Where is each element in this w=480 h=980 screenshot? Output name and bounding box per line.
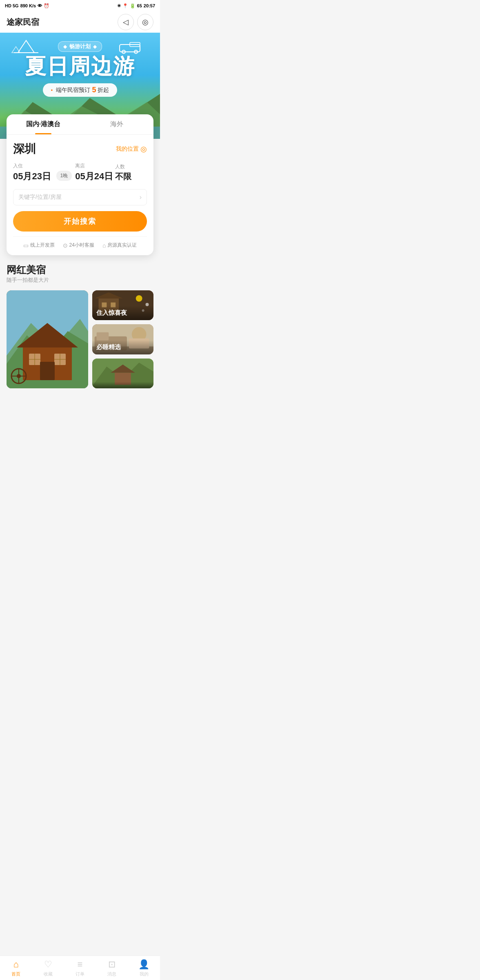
my-location-btn[interactable]: 我的位置 ◎ [116, 145, 147, 154]
eye-icon: 👁 [38, 3, 42, 8]
diamond-left: ◆ [63, 44, 67, 49]
status-right: ✳ 📍 🔋 65 20:57 [117, 3, 155, 9]
banner-main-title: 夏日周边游 [25, 56, 135, 77]
arrow-right-icon: › [140, 194, 142, 201]
bluetooth-icon: ✳ [117, 3, 121, 9]
side-cards: 住入惊喜夜 必睡精选 [92, 290, 153, 388]
status-left: HD 5G 890 K/s 👁 ⏰ [5, 3, 49, 9]
svg-rect-17 [40, 362, 55, 380]
third-label [92, 382, 153, 388]
tab-domestic[interactable]: 国内·港澳台 [7, 114, 80, 134]
search-tabs: 国内·港澳台 海外 [7, 114, 153, 135]
popular-subtitle: 随手一拍都是大片 [7, 276, 153, 284]
tab-overseas-label: 海外 [110, 120, 123, 127]
trust-badges: ▭ 线上开发票 ⊙ 24小时客服 ⌂ 房源真实认证 [13, 236, 147, 249]
surprise-night-label: 住入惊喜夜 [92, 306, 153, 320]
popular-title: 网红美宿 [7, 265, 153, 275]
must-sleep-card[interactable]: 必睡精选 [92, 324, 153, 354]
svg-point-31 [136, 295, 142, 302]
trust-service-label: 24小时客服 [69, 242, 94, 249]
checkin-label: 入住 [13, 163, 53, 169]
city-row: 深圳 我的位置 ◎ [13, 141, 147, 157]
guests-item[interactable]: 人数 不限 [115, 163, 147, 182]
location-circle-icon: ◎ [140, 145, 147, 154]
guests-label: 人数 [115, 163, 147, 170]
popular-grid: 住入惊喜夜 必睡精选 [7, 290, 153, 388]
guests-value: 不限 [115, 171, 147, 182]
battery-text: 65 [137, 3, 142, 8]
keyword-placeholder-text: 关键字/位置/房屋 [18, 194, 62, 201]
trust-verify-label: 房源真实认证 [107, 242, 137, 249]
promo-bullet: ● [51, 88, 53, 92]
invoice-icon: ▭ [23, 242, 29, 249]
tab-domestic-label: 国内·港澳台 [26, 120, 60, 127]
camping-icon [10, 38, 42, 55]
nights-badge: 1晚 [56, 171, 72, 181]
alarm-icon: ⏰ [44, 3, 49, 9]
keyword-input[interactable]: 关键字/位置/房屋 › [13, 189, 147, 205]
checkout-label: 离店 [75, 163, 115, 169]
checkin-date: 05月23日 [13, 170, 53, 183]
svg-rect-36 [97, 332, 109, 341]
diamond-right: ◆ [93, 44, 97, 49]
time-text: 20:57 [144, 3, 155, 8]
search-body: 深圳 我的位置 ◎ 入住 05月23日 1晚 离店 05月24日 人数 不限 [7, 135, 153, 249]
surprise-night-card[interactable]: 住入惊喜夜 [92, 290, 153, 320]
scan-button[interactable]: ◎ [137, 14, 153, 30]
cabin-illustration [7, 290, 88, 388]
svg-marker-3 [18, 40, 34, 53]
bottom-spacer [0, 388, 160, 417]
trust-service: ⊙ 24小时客服 [63, 242, 94, 249]
service-icon: ⊙ [63, 242, 68, 249]
popular-section: 网红美宿 随手一拍都是大片 [0, 255, 160, 388]
app-bar: 途家民宿 ◁ ◎ [0, 11, 160, 33]
checkout-date: 05月24日 [75, 170, 115, 183]
app-title: 途家民宿 [7, 17, 39, 28]
city-name[interactable]: 深圳 [13, 141, 36, 157]
location-status-icon: 📍 [122, 3, 128, 9]
main-property-card[interactable] [7, 290, 88, 388]
checkout-item[interactable]: 离店 05月24日 [75, 163, 115, 183]
status-bar: HD 5G 890 K/s 👁 ⏰ ✳ 📍 🔋 65 20:57 [0, 0, 160, 11]
scan-icon: ◎ [142, 18, 149, 27]
my-location-label: 我的位置 [116, 145, 139, 153]
van-icon [118, 38, 150, 55]
search-card: 国内·港澳台 海外 深圳 我的位置 ◎ 入住 05月23日 1晚 离店 05月2… [7, 114, 153, 255]
trust-invoice: ▭ 线上开发票 [23, 242, 55, 249]
trust-invoice-label: 线上开发票 [30, 242, 55, 249]
date-row: 入住 05月23日 1晚 离店 05月24日 人数 不限 [13, 163, 147, 183]
signal-text: HD 5G [5, 3, 19, 8]
promo-suffix: 折起 [98, 87, 109, 94]
search-button[interactable]: 开始搜索 [13, 211, 147, 232]
app-bar-actions: ◁ ◎ [118, 14, 153, 30]
banner-plan-badge: ◆ 畅游计划 ◆ [58, 41, 102, 52]
tab-overseas[interactable]: 海外 [80, 114, 153, 134]
promo-discount: 5 [92, 86, 96, 94]
promo-text: 端午民宿预订 [56, 87, 90, 94]
must-sleep-label: 必睡精选 [92, 340, 153, 354]
trust-verify: ⌂ 房源真实认证 [102, 242, 137, 249]
verify-icon: ⌂ [102, 242, 106, 249]
banner-promo-tag: ● 端午民宿预订 5 折起 [43, 83, 118, 97]
navigation-icon: ◁ [123, 18, 129, 27]
speed-text: 890 K/s [20, 3, 36, 8]
third-card[interactable] [92, 359, 153, 388]
checkin-item[interactable]: 入住 05月23日 [13, 163, 53, 183]
location-button[interactable]: ◁ [118, 14, 134, 30]
banner-text-group: 夏日周边游 ● 端午民宿预订 5 折起 [25, 56, 135, 97]
banner-plan-label: 畅游计划 [69, 43, 91, 50]
banner-top-icons: ◆ 畅游计划 ◆ [0, 38, 160, 55]
battery-icon: 🔋 [130, 3, 136, 9]
